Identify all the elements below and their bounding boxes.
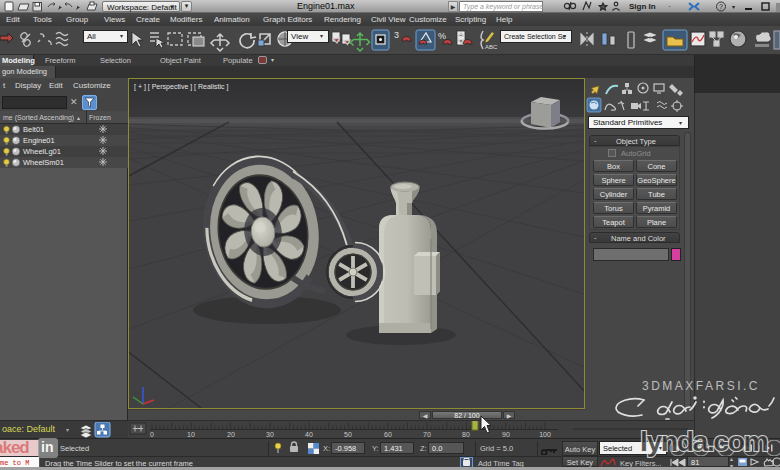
svg-text:ABC: ABC — [485, 44, 498, 50]
svg-text:70: 70 — [423, 431, 431, 438]
svg-text:▾: ▾ — [732, 4, 735, 10]
svg-text:90: 90 — [502, 431, 510, 438]
svg-text:40: 40 — [305, 431, 313, 438]
svg-text:50: 50 — [344, 431, 352, 438]
svg-text:30: 30 — [266, 431, 274, 438]
svg-text:[ + ] [ Perspective ] [ Realis: [ + ] [ Perspective ] [ Realistic ] — [134, 83, 228, 91]
svg-text:3: 3 — [394, 30, 399, 40]
svg-text:100: 100 — [539, 431, 551, 438]
svg-text:80: 80 — [462, 431, 470, 438]
svg-text:%: % — [438, 31, 446, 41]
svg-text:60: 60 — [384, 431, 392, 438]
svg-text:0: 0 — [150, 431, 154, 438]
svg-text:20: 20 — [227, 431, 235, 438]
svg-text:?: ? — [719, 3, 723, 10]
svg-text:10: 10 — [187, 431, 195, 438]
